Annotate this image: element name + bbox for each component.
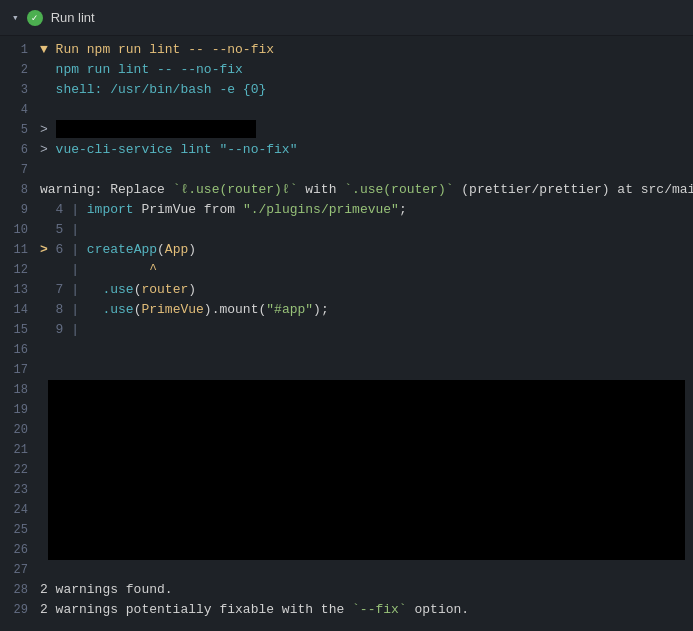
line-25: 25 <box>0 520 48 540</box>
line-5: 5 > <box>0 120 693 140</box>
line-number: 29 <box>8 600 40 620</box>
line-content: warning: Replace `ℓ.use(router)ℓ` with `… <box>40 180 693 200</box>
chevron-icon[interactable]: ▾ <box>12 11 19 24</box>
line-20: 20 <box>0 420 48 440</box>
line-content: 9 | <box>40 320 685 340</box>
line-content: 2 warnings potentially fixable with the … <box>40 600 685 620</box>
line-number: 4 <box>8 100 40 120</box>
line-number: 2 <box>8 60 40 80</box>
line-number: 18 <box>8 380 40 400</box>
line-12: 12 | ^ <box>0 260 693 280</box>
line-number: 22 <box>8 460 40 480</box>
black-block <box>48 380 685 560</box>
header: ▾ Run lint <box>0 0 693 36</box>
line-24: 24 <box>0 500 48 520</box>
line-16: 16 <box>0 340 693 360</box>
line-number: 3 <box>8 80 40 100</box>
line-content: | ^ <box>40 260 685 280</box>
line-3: 3 shell: /usr/bin/bash -e {0} <box>0 80 693 100</box>
line-number: 7 <box>8 160 40 180</box>
line-content: npm run lint -- --no-fix <box>40 60 685 80</box>
line-number: 28 <box>8 580 40 600</box>
line-number: 17 <box>8 360 40 380</box>
line-14: 14 8 | .use(PrimeVue).mount("#app"); <box>0 300 693 320</box>
line-17: 17 <box>0 360 693 380</box>
line-21: 21 <box>0 440 48 460</box>
page-title: Run lint <box>51 10 95 25</box>
line-content: shell: /usr/bin/bash -e {0} <box>40 80 685 100</box>
line-2: 2 npm run lint -- --no-fix <box>0 60 693 80</box>
line-number: 5 <box>8 120 40 140</box>
line-18: 18 <box>0 380 48 400</box>
line-content: 4 | import PrimVue from "./plugins/prime… <box>40 200 685 220</box>
line-7: 7 <box>0 160 693 180</box>
line-19: 19 <box>0 400 48 420</box>
status-check-icon <box>27 10 43 26</box>
line-number: 23 <box>8 480 40 500</box>
line-9: 9 4 | import PrimVue from "./plugins/pri… <box>0 200 693 220</box>
line-number: 25 <box>8 520 40 540</box>
line-1: 1 ▼ Run npm run lint -- --no-fix <box>0 40 693 60</box>
line-number: 8 <box>8 180 40 200</box>
line-content: 2 warnings found. <box>40 580 685 600</box>
line-15: 15 9 | <box>0 320 693 340</box>
line-8: 8 warning: Replace `ℓ.use(router)ℓ` with… <box>0 180 693 200</box>
line-number: 19 <box>8 400 40 420</box>
line-number: 12 <box>8 260 40 280</box>
line-number: 9 <box>8 200 40 220</box>
line-27: 27 <box>0 560 693 580</box>
line-22: 22 <box>0 460 48 480</box>
line-28: 28 2 warnings found. <box>0 580 693 600</box>
line-content: 5 | <box>40 220 685 240</box>
line-23: 23 <box>0 480 48 500</box>
line-number: 10 <box>8 220 40 240</box>
line-number: 27 <box>8 560 40 580</box>
line-6: 6 > vue-cli-service lint "--no-fix" <box>0 140 693 160</box>
line-4: 4 <box>0 100 693 120</box>
line-content: > <box>40 120 685 140</box>
line-number: 21 <box>8 440 40 460</box>
line-26: 26 <box>0 540 48 560</box>
line-number: 20 <box>8 420 40 440</box>
terminal-output: 1 ▼ Run npm run lint -- --no-fix 2 npm r… <box>0 36 693 624</box>
line-number: 15 <box>8 320 40 340</box>
line-11: 11 > 6 | createApp(App) <box>0 240 693 260</box>
line-number: 26 <box>8 540 40 560</box>
line-number: 1 <box>8 40 40 60</box>
line-29: 29 2 warnings potentially fixable with t… <box>0 600 693 620</box>
line-10: 10 5 | <box>0 220 693 240</box>
line-content: > 6 | createApp(App) <box>40 240 685 260</box>
line-number: 13 <box>8 280 40 300</box>
line-13: 13 7 | .use(router) <box>0 280 693 300</box>
line-number: 6 <box>8 140 40 160</box>
line-content: ▼ Run npm run lint -- --no-fix <box>40 40 685 60</box>
line-number: 14 <box>8 300 40 320</box>
line-number: 11 <box>8 240 40 260</box>
line-content: 7 | .use(router) <box>40 280 685 300</box>
line-content: 8 | .use(PrimeVue).mount("#app"); <box>40 300 685 320</box>
line-number: 24 <box>8 500 40 520</box>
line-content: > vue-cli-service lint "--no-fix" <box>40 140 685 160</box>
line-number: 16 <box>8 340 40 360</box>
